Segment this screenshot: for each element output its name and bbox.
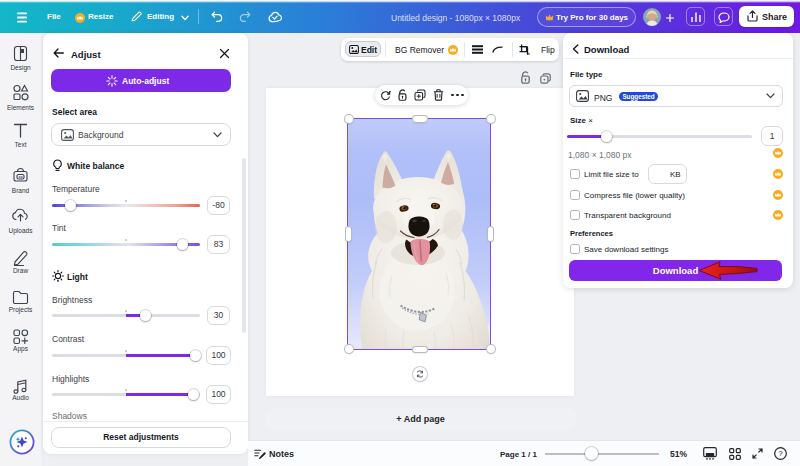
svg-text:?: ? xyxy=(778,449,783,458)
